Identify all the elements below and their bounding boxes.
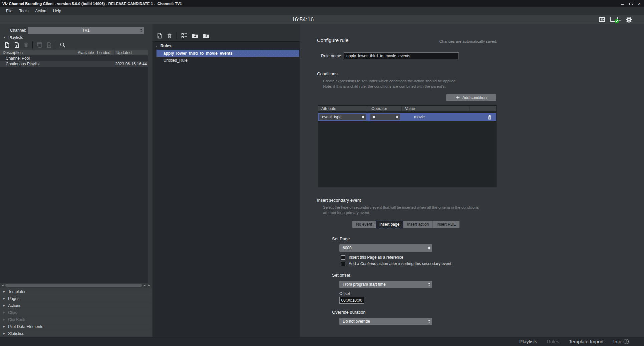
section-pilot-data-elements[interactable]: ▶ Pilot Data Elements <box>0 323 152 330</box>
column-available[interactable]: Available <box>76 50 95 55</box>
option-no-event[interactable]: No event <box>352 221 376 228</box>
rule-item-selected[interactable]: apply_lower_third_to_movie_events <box>156 50 299 57</box>
dropdown-spinner-icon <box>140 29 142 32</box>
option-insert-page[interactable]: Insert page <box>376 221 403 228</box>
validate-rules-button[interactable] <box>181 33 188 39</box>
delete-condition-button[interactable] <box>487 115 492 120</box>
conditions-description: Create expressions to set under which co… <box>323 79 456 83</box>
attribute-select[interactable]: event_type <box>319 114 366 120</box>
new-rule-button[interactable] <box>156 33 163 39</box>
clockbar: 16:54:16 <box>0 15 644 24</box>
restore-button[interactable] <box>629 1 633 6</box>
nav-playlists[interactable]: Playlists <box>520 339 537 344</box>
playlists-section-header[interactable]: ▼ Playlists <box>0 35 152 40</box>
column-operator: Operator <box>368 106 402 111</box>
new-playlist-button[interactable] <box>4 42 10 48</box>
option-insert-pde[interactable]: Insert PDE <box>432 221 459 228</box>
add-condition-button[interactable]: Add condition <box>446 94 496 101</box>
offset-input[interactable] <box>339 297 364 304</box>
table-row[interactable]: Channel Pool <box>0 55 148 61</box>
minimize-button[interactable] <box>621 1 624 6</box>
menu-help[interactable]: Help <box>50 9 65 13</box>
offset-mode-value: From program start time <box>343 282 386 287</box>
dropdown-spinner-icon <box>396 115 398 119</box>
menubar: File Tools Action Help <box>0 7 644 15</box>
override-duration-heading: Override duration <box>332 310 365 315</box>
status-icons <box>599 15 632 24</box>
configure-rule-panel: Configure rule Changes are automatically… <box>301 24 644 337</box>
rule-name-input[interactable] <box>344 52 459 59</box>
scrollbar-thumb[interactable] <box>5 284 142 287</box>
window-controls: × <box>621 1 644 6</box>
condition-value[interactable]: movie <box>414 115 425 119</box>
load-playlist-button[interactable] <box>14 42 20 48</box>
menu-action[interactable]: Action <box>32 9 49 13</box>
rules-tree-root[interactable]: ▼ Rules <box>152 43 300 49</box>
reference-checkbox[interactable] <box>341 255 345 260</box>
autosave-note: Changes are automatically saved. <box>421 39 497 43</box>
reference-checkbox-label: Insert this Page as a reference <box>349 255 403 260</box>
nav-info[interactable]: Info i <box>613 339 629 344</box>
close-button[interactable]: × <box>638 1 641 6</box>
continue-checkbox-row: Add a Continue action after inserting th… <box>341 261 451 266</box>
reference-checkbox-row: Insert this Page as a reference <box>341 255 403 260</box>
minimize-icon <box>621 2 624 5</box>
table-row[interactable]: Continuous Playlist 2023-06-16 16:44 <box>0 61 148 67</box>
operator-value: = <box>373 115 375 119</box>
playlists-panel: Channel: TV1 ▼ Playlists <box>0 24 152 337</box>
search-playlist-button[interactable] <box>60 42 66 48</box>
delete-rule-button[interactable] <box>167 33 172 39</box>
scroll-left-icon[interactable]: ◀ <box>1 284 5 287</box>
export-rules-folder-button[interactable] <box>203 33 210 39</box>
section-statistics[interactable]: ▶ Statistics <box>0 330 152 337</box>
nav-rules[interactable]: Rules <box>547 339 559 344</box>
operator-select[interactable]: = <box>370 114 400 120</box>
channel-select[interactable]: TV1 <box>28 27 144 34</box>
section-pages[interactable]: ▶ Pages <box>0 295 152 302</box>
offset-mode-select[interactable]: From program start time <box>339 281 432 288</box>
page-title: Configure rule <box>317 37 348 43</box>
horizontal-scrollbar[interactable]: ◀ ◀ ▶ <box>1 283 151 287</box>
offset-label: Offset <box>339 291 350 296</box>
attribute-value: event_type <box>322 115 342 119</box>
continue-checkbox[interactable] <box>341 262 345 266</box>
column-updated[interactable]: Updated <box>115 50 148 55</box>
import-rules-folder-button[interactable] <box>192 33 199 39</box>
collapse-arrow-icon: ▼ <box>3 36 6 39</box>
collapse-arrow-icon: ▼ <box>155 45 158 47</box>
copy-playlist-button[interactable] <box>36 42 42 48</box>
playlists-table-header: Description Available Loaded Updated <box>0 50 148 55</box>
delete-playlist-button[interactable] <box>23 42 29 48</box>
menu-tools[interactable]: Tools <box>16 9 32 13</box>
scroll-right-icon[interactable]: ▶ <box>147 284 151 287</box>
column-loaded[interactable]: Loaded <box>95 50 115 55</box>
expand-arrow-icon: ▶ <box>3 325 5 328</box>
section-label: Actions <box>8 303 21 308</box>
page-select[interactable]: 6000 <box>339 244 432 252</box>
rule-item[interactable]: Untitled_Rule <box>152 57 300 64</box>
scroll-left-icon[interactable]: ◀ <box>142 284 146 287</box>
section-actions[interactable]: ▶ Actions <box>0 302 152 309</box>
override-duration-select[interactable]: Do not override <box>339 318 432 325</box>
nav-template-import[interactable]: Template Import <box>569 339 604 344</box>
condition-row-selected[interactable]: event_type = movie <box>318 113 496 121</box>
dropdown-spinner-icon <box>428 320 430 323</box>
option-insert-action[interactable]: Insert action <box>403 221 432 228</box>
channel-status-spinner-icon <box>619 18 621 21</box>
column-description[interactable]: Description <box>0 50 76 55</box>
expand-arrow-icon: ▶ <box>3 290 5 293</box>
section-templates[interactable]: ▶ Templates <box>0 288 152 295</box>
app-window: Viz Channel Branding Client - version 5.… <box>0 0 644 346</box>
titlebar: Viz Channel Branding Client - version 5.… <box>0 0 644 7</box>
menu-file[interactable]: File <box>3 9 16 13</box>
restore-icon <box>629 2 633 5</box>
playlists-toolbar <box>0 40 152 50</box>
channel-status[interactable] <box>610 17 621 23</box>
export-playlist-button[interactable] <box>46 42 52 48</box>
toolbar-separator <box>32 41 33 49</box>
monitor-gear-icon[interactable] <box>599 17 605 22</box>
override-duration-value: Do not override <box>343 319 370 324</box>
settings-gear-icon[interactable] <box>626 17 632 23</box>
rule-name-label: Rule name <box>321 54 341 58</box>
vertical-scrollbar[interactable] <box>148 67 152 283</box>
